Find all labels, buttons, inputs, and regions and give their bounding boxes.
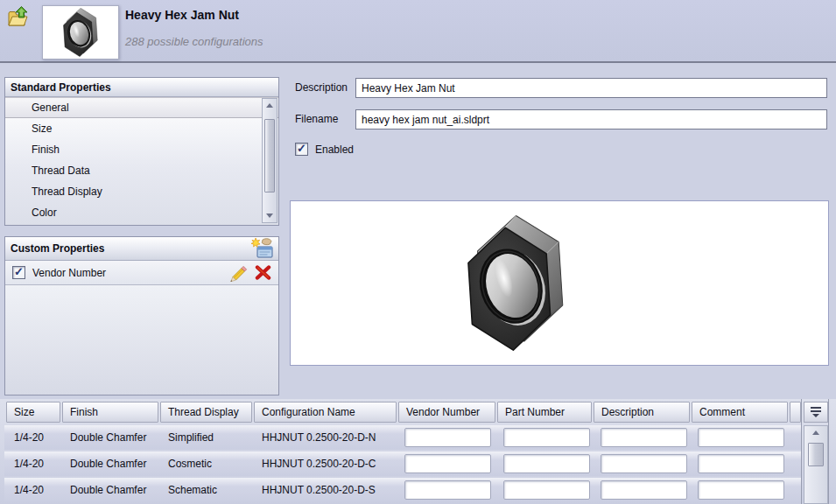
cell-size: 1/4-20 [6, 425, 44, 450]
enabled-label: Enabled [315, 144, 354, 156]
description-label: Description [295, 81, 348, 94]
property-item-size[interactable]: Size [5, 118, 278, 139]
cell-thread-display: Cosmetic [160, 452, 212, 476]
cell-finish: Double Chamfer [62, 452, 146, 476]
description-cell-input[interactable] [601, 480, 687, 500]
part-header: Heavy Hex Jam Nut 288 possible configura… [0, 0, 836, 63]
custom-properties-empty-area [5, 285, 278, 395]
property-item-general[interactable]: General [5, 97, 278, 118]
cell-configuration-name: HHJNUT 0.2500-20-D-N [254, 425, 376, 450]
standard-properties-list: General Size Finish Thread Data Thread D… [5, 97, 278, 225]
property-item-thread-data[interactable]: Thread Data [5, 160, 278, 181]
vendor-number-checkbox[interactable] [12, 266, 25, 279]
column-header-size: Size [6, 402, 60, 423]
pencil-icon [228, 264, 248, 282]
cell-thread-display: Simplified [160, 425, 214, 450]
cell-configuration-name: HHJNUT 0.2500-20-D-S [254, 478, 376, 502]
vendor-number-input[interactable] [404, 454, 491, 473]
triangle-down-icon [266, 214, 273, 218]
scroll-thumb[interactable] [808, 443, 824, 466]
cell-finish: Double Chamfer [62, 425, 146, 450]
part-preview [290, 200, 829, 366]
comment-input[interactable] [698, 454, 784, 473]
custom-properties-panel: Custom Properties Vendor Number [4, 236, 279, 396]
part-number-input[interactable] [503, 454, 590, 473]
column-header-spacer [790, 402, 801, 423]
delete-x-icon [255, 265, 271, 280]
edit-property-button[interactable] [228, 264, 248, 282]
triangle-up-icon [266, 103, 273, 108]
column-header-description: Description [594, 402, 690, 423]
comment-input[interactable] [698, 480, 784, 500]
vendor-number-label: Vendor Number [32, 267, 221, 279]
vendor-number-input[interactable] [404, 428, 491, 447]
cell-size: 1/4-20 [6, 478, 44, 502]
config-count: 288 possible configurations [125, 35, 263, 48]
property-item-thread-display[interactable]: Thread Display [5, 181, 278, 202]
property-item-finish[interactable]: Finish [5, 139, 278, 160]
custom-property-row: Vendor Number [5, 261, 278, 285]
add-property-icon[interactable] [251, 238, 275, 259]
description-input[interactable] [355, 78, 827, 98]
cell-configuration-name: HHJNUT 0.2500-20-D-C [254, 452, 376, 476]
part-thumbnail [42, 5, 119, 60]
table-row: 1/4-20 Double Chamfer Cosmetic HHJNUT 0.… [4, 452, 801, 476]
enabled-checkbox[interactable] [295, 143, 308, 156]
part-number-input[interactable] [503, 480, 590, 500]
scroll-down-button[interactable] [263, 209, 277, 222]
scroll-up-button[interactable] [263, 99, 277, 112]
bar [811, 407, 821, 409]
property-item-color[interactable]: Color [5, 202, 278, 223]
column-header-finish: Finish [62, 402, 158, 423]
description-cell-input[interactable] [601, 428, 687, 447]
scroll-up-button[interactable] [804, 426, 827, 439]
delete-property-button[interactable] [255, 265, 271, 280]
triangle-down-icon [812, 414, 819, 417]
vendor-number-input[interactable] [404, 480, 491, 500]
filename-label: Filename [295, 113, 338, 125]
cell-finish: Double Chamfer [62, 478, 146, 502]
table-divider [801, 399, 802, 504]
table-row: 1/4-20 Double Chamfer Schematic HHJNUT 0… [4, 478, 801, 502]
bar [811, 410, 821, 412]
column-options-icon[interactable] [804, 402, 828, 423]
table-row: 1/4-20 Double Chamfer Simplified HHJNUT … [4, 425, 801, 450]
column-header-configuration-name: Configuration Name [254, 402, 397, 423]
description-cell-input[interactable] [601, 454, 687, 473]
filename-input[interactable] [355, 109, 827, 130]
custom-properties-title: Custom Properties [11, 242, 104, 255]
page-title: Heavy Hex Jam Nut [125, 8, 239, 22]
scroll-thumb[interactable] [264, 119, 275, 192]
standard-properties-scrollbar[interactable] [262, 98, 277, 223]
column-header-part-number: Part Number [497, 402, 592, 423]
column-header-thread-display: Thread Display [160, 402, 252, 423]
standard-properties-title: Standard Properties [5, 78, 278, 97]
cell-thread-display: Schematic [160, 478, 217, 502]
table-divider [828, 399, 829, 504]
part-number-input[interactable] [503, 428, 590, 447]
triangle-up-icon [812, 430, 819, 435]
column-header-comment: Comment [692, 402, 788, 423]
standard-properties-panel: Standard Properties General Size Finish … [4, 77, 279, 226]
nut-thumbnail-image [58, 8, 103, 57]
column-header-vendor-number: Vendor Number [398, 402, 495, 423]
nut-preview-image [462, 214, 569, 354]
cell-size: 1/4-20 [6, 452, 44, 476]
table-scrollbar[interactable] [804, 425, 828, 504]
folder-up-icon[interactable] [7, 5, 30, 29]
comment-input[interactable] [698, 428, 784, 447]
